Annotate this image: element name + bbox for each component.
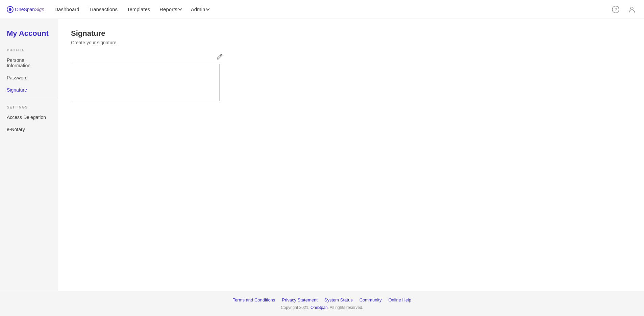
signature-edit-button[interactable] [216, 53, 223, 62]
sidebar-settings-section: SETTINGS [0, 102, 57, 111]
page-title: Signature [71, 29, 630, 38]
topnav: OneSpanSign Dashboard Transactions Templ… [0, 0, 644, 19]
sidebar-profile-section: PROFILE [0, 45, 57, 54]
logo-sign-text: Sign [35, 7, 44, 12]
footer-links: Terms and Conditions Privacy Statement S… [6, 297, 638, 302]
svg-text:?: ? [614, 7, 617, 12]
sidebar-my-account-title: My Account [0, 26, 57, 45]
main-layout: My Account PROFILE Personal Information … [0, 19, 644, 291]
logo[interactable]: OneSpanSign [7, 6, 44, 13]
sidebar-item-e-notary[interactable]: e-Notary [0, 123, 57, 136]
nav-admin[interactable]: Admin [191, 6, 209, 12]
footer-privacy-link[interactable]: Privacy Statement [282, 297, 318, 302]
sidebar-divider [0, 99, 57, 99]
reports-chevron-icon [178, 7, 182, 10]
nav-dashboard[interactable]: Dashboard [54, 6, 79, 12]
page-subtitle: Create your signature. [71, 40, 630, 45]
nav-reports[interactable]: Reports [159, 6, 181, 12]
sidebar-item-personal-information[interactable]: Personal Information [0, 54, 57, 72]
footer-system-status-link[interactable]: System Status [324, 297, 353, 302]
footer-community-link[interactable]: Community [360, 297, 382, 302]
signature-canvas[interactable] [71, 64, 220, 101]
sidebar-item-access-delegation[interactable]: Access Delegation [0, 111, 57, 123]
footer-terms-link[interactable]: Terms and Conditions [233, 297, 275, 302]
user-icon-button[interactable] [626, 4, 637, 15]
sidebar-item-signature[interactable]: Signature [0, 84, 57, 96]
nav-transactions[interactable]: Transactions [89, 6, 118, 12]
sidebar: My Account PROFILE Personal Information … [0, 19, 57, 291]
main-content: Signature Create your signature. [57, 19, 644, 291]
nav-templates[interactable]: Templates [127, 6, 150, 12]
logo-icon [7, 6, 14, 13]
svg-point-4 [630, 7, 633, 10]
footer-onespan-brand: OneSpan [311, 305, 328, 310]
pencil-icon [216, 53, 223, 60]
footer-online-help-link[interactable]: Online Help [388, 297, 411, 302]
help-icon: ? [612, 6, 619, 13]
user-icon [628, 6, 636, 13]
footer-copyright: Copyright 2021, OneSpan. All rights rese… [6, 305, 638, 310]
nav-links: Dashboard Transactions Templates Reports… [54, 6, 610, 12]
svg-point-1 [9, 8, 11, 11]
logo-onespan-text: OneSpan [15, 7, 35, 12]
nav-icon-group: ? [610, 4, 637, 15]
admin-chevron-icon [206, 7, 210, 10]
sidebar-item-password[interactable]: Password [0, 72, 57, 84]
footer: Terms and Conditions Privacy Statement S… [0, 291, 644, 316]
help-icon-button[interactable]: ? [610, 4, 621, 15]
